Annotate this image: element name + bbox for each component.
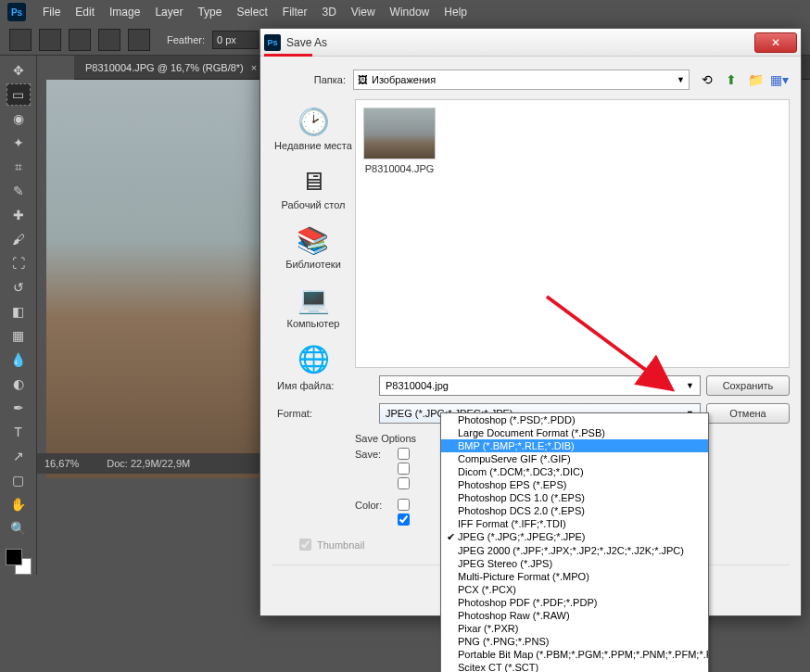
- status-bar: 16,67% Doc: 22,9M/22,9M: [37, 453, 259, 474]
- libraries-icon: 📚: [297, 223, 330, 257]
- format-option[interactable]: Multi-Picture Format (*.MPO): [441, 570, 708, 583]
- format-option[interactable]: Scitex CT (*.SCT): [441, 661, 708, 672]
- save-alpha-checkbox[interactable]: [398, 477, 410, 489]
- selection-new-icon[interactable]: [39, 29, 61, 51]
- place-recent[interactable]: 🕑 Недавние места: [274, 105, 352, 151]
- tool-preset-icon[interactable]: [9, 29, 32, 51]
- folder-label: Папка:: [272, 74, 346, 85]
- format-option[interactable]: Photoshop PDF (*.PDF;*.PDP): [441, 596, 708, 609]
- place-network[interactable]: 🌐: [297, 342, 330, 375]
- close-button[interactable]: ✕: [754, 32, 797, 53]
- zoom-level[interactable]: 16,67%: [44, 458, 79, 469]
- format-option[interactable]: PNG (*.PNG;*.PNS): [441, 635, 708, 648]
- shape-tool-icon[interactable]: ▢: [6, 469, 31, 491]
- format-option[interactable]: Large Document Format (*.PSB): [441, 426, 708, 439]
- folder-value: Изображения: [372, 74, 436, 85]
- stamp-tool-icon[interactable]: ⛶: [6, 252, 31, 274]
- fg-color-icon[interactable]: [6, 549, 22, 565]
- menu-type[interactable]: Type: [197, 6, 221, 19]
- color-swatch[interactable]: [6, 549, 32, 575]
- chevron-down-icon[interactable]: ▼: [677, 75, 685, 84]
- menu-select[interactable]: Select: [236, 6, 267, 19]
- place-desktop[interactable]: 🖥 Рабочий стол: [281, 164, 345, 210]
- type-tool-icon[interactable]: T: [6, 421, 31, 443]
- place-libraries[interactable]: 📚 Библиотеки: [285, 223, 341, 270]
- selection-add-icon[interactable]: [69, 29, 91, 51]
- format-option[interactable]: IFF Format (*.IFF;*.TDI): [441, 517, 708, 530]
- menu-filter[interactable]: Filter: [283, 6, 308, 19]
- menu-file[interactable]: File: [43, 6, 60, 19]
- back-icon[interactable]: ⟲: [697, 70, 717, 90]
- photoshop-logo-icon: Ps: [7, 3, 26, 21]
- format-option[interactable]: Photoshop DCS 2.0 (*.EPS): [441, 504, 708, 517]
- filename-input[interactable]: P8310004.jpg ▼: [379, 375, 701, 396]
- move-tool-icon[interactable]: ✥: [6, 59, 31, 82]
- menu-3d[interactable]: 3D: [322, 6, 335, 19]
- folder-combo[interactable]: 🖼 Изображения ▼: [353, 70, 690, 90]
- view-menu-icon[interactable]: ▦▾: [769, 70, 790, 90]
- crop-tool-icon[interactable]: ⌗: [6, 156, 31, 178]
- gradient-tool-icon[interactable]: ▦: [6, 324, 31, 347]
- up-icon[interactable]: ⬆: [721, 70, 741, 90]
- dialog-titlebar[interactable]: Ps Save As ✕: [260, 29, 801, 57]
- color-proof-checkbox[interactable]: [398, 499, 410, 511]
- feather-input[interactable]: [212, 31, 259, 49]
- dodge-tool-icon[interactable]: ◐: [6, 373, 31, 395]
- places-bar: 🕑 Недавние места 🖥 Рабочий стол 📚 Библио…: [272, 99, 355, 368]
- zoom-tool-icon[interactable]: 🔍: [6, 517, 31, 539]
- file-thumbnail: [363, 108, 436, 159]
- menu-edit[interactable]: Edit: [75, 6, 95, 19]
- pen-tool-icon[interactable]: ✒: [6, 397, 31, 419]
- lasso-tool-icon[interactable]: ◉: [6, 108, 31, 130]
- recent-icon: 🕑: [297, 105, 330, 138]
- color-sublabel: Color:: [355, 500, 392, 511]
- format-dropdown-list[interactable]: Photoshop (*.PSD;*.PDD)Large Document Fo…: [440, 412, 709, 672]
- format-option[interactable]: Photoshop (*.PSD;*.PDD): [441, 413, 708, 426]
- save-notes-checkbox[interactable]: [398, 463, 410, 475]
- format-option[interactable]: PCX (*.PCX): [441, 583, 708, 596]
- files-pane[interactable]: P8310004.JPG: [355, 99, 790, 368]
- format-option[interactable]: Photoshop EPS (*.EPS): [441, 478, 708, 491]
- format-option[interactable]: Pixar (*.PXR): [441, 622, 708, 635]
- selection-intersect-icon[interactable]: [128, 29, 150, 51]
- menu-view[interactable]: View: [351, 6, 375, 19]
- toolbox: ✥ ▭ ◉ ✦ ⌗ ✎ ✚ 🖌 ⛶ ↺ ◧ ▦ 💧 ◐ ✒ T ↗ ▢ ✋ 🔍: [0, 56, 37, 575]
- format-option[interactable]: JPEG Stereo (*.JPS): [441, 557, 708, 570]
- format-label: Format:: [272, 408, 373, 419]
- save-sublabel: Save:: [355, 449, 392, 460]
- place-label: Рабочий стол: [281, 199, 345, 210]
- format-option[interactable]: CompuServe GIF (*.GIF): [441, 452, 708, 465]
- format-option[interactable]: Dicom (*.DCM;*.DC3;*.DIC): [441, 465, 708, 478]
- cancel-button[interactable]: Отмена: [706, 403, 790, 424]
- menu-image[interactable]: Image: [109, 6, 140, 19]
- new-folder-icon[interactable]: 📁: [745, 70, 766, 90]
- save-copy-checkbox[interactable]: [398, 448, 410, 460]
- brush-tool-icon[interactable]: 🖌: [6, 228, 31, 250]
- hand-tool-icon[interactable]: ✋: [6, 493, 31, 515]
- format-option[interactable]: Portable Bit Map (*.PBM;*.PGM;*.PPM;*.PN…: [441, 648, 708, 661]
- color-icc-checkbox[interactable]: [398, 514, 410, 526]
- format-option[interactable]: JPEG 2000 (*.JPF;*.JPX;*.JP2;*.J2C;*.J2K…: [441, 544, 708, 557]
- format-option[interactable]: ✔JPEG (*.JPG;*.JPEG;*.JPE): [441, 530, 708, 544]
- save-button[interactable]: Сохранить: [706, 375, 790, 396]
- menu-help[interactable]: Help: [444, 6, 467, 19]
- format-option[interactable]: Photoshop Raw (*.RAW): [441, 609, 708, 622]
- blur-tool-icon[interactable]: 💧: [6, 349, 31, 371]
- wand-tool-icon[interactable]: ✦: [6, 132, 31, 154]
- file-item[interactable]: P8310004.JPG: [363, 108, 436, 174]
- place-computer[interactable]: 💻 Компьютер: [287, 283, 340, 329]
- marquee-tool-icon[interactable]: ▭: [6, 83, 31, 106]
- format-option[interactable]: Photoshop DCS 1.0 (*.EPS): [441, 491, 708, 504]
- heal-tool-icon[interactable]: ✚: [6, 204, 31, 226]
- menu-layer[interactable]: Layer: [155, 6, 183, 19]
- chevron-down-icon[interactable]: ▼: [686, 381, 694, 390]
- close-tab-icon[interactable]: ×: [251, 62, 257, 73]
- history-brush-icon[interactable]: ↺: [6, 276, 31, 298]
- eraser-tool-icon[interactable]: ◧: [6, 300, 31, 323]
- format-option[interactable]: BMP (*.BMP;*.RLE;*.DIB): [441, 439, 708, 452]
- selection-sub-icon[interactable]: [98, 29, 120, 51]
- thumbnail-checkbox: [299, 539, 311, 551]
- menu-window[interactable]: Window: [390, 6, 430, 19]
- path-tool-icon[interactable]: ↗: [6, 445, 31, 467]
- eyedropper-tool-icon[interactable]: ✎: [6, 180, 31, 202]
